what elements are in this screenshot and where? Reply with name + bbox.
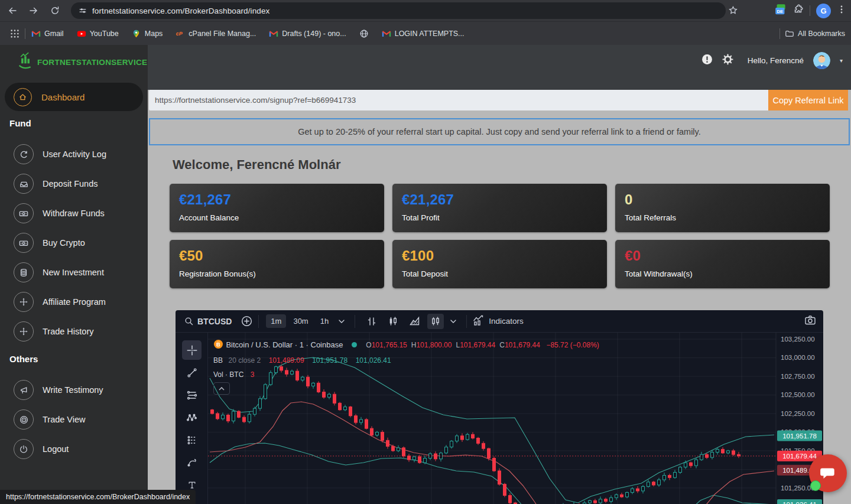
tool-crosshair-icon[interactable] (182, 340, 202, 360)
extensions-puzzle-icon[interactable] (793, 4, 804, 17)
site-settings-icon[interactable] (78, 6, 87, 15)
chart-legend-volume[interactable]: Vol · BTC 3 (213, 369, 255, 379)
divider (355, 315, 355, 328)
sidebar-item-user-activity-log[interactable]: User Activity Log (0, 139, 148, 169)
copy-referral-link-button[interactable]: Copy Referral Link (768, 90, 848, 110)
apps-grid-icon[interactable] (6, 25, 24, 43)
move-icon (14, 292, 34, 312)
svg-text:B: B (216, 341, 220, 347)
chart-type-chevron-icon[interactable] (450, 319, 457, 324)
tool-brush-icon[interactable] (182, 453, 202, 472)
sidebar-item-dashboard[interactable]: Dashboard (5, 83, 143, 111)
app-header: Hello, Ferencné ▾ (148, 45, 851, 90)
sidebar-item-write-testimony[interactable]: Write Testimony (0, 375, 148, 405)
user-avatar[interactable] (813, 52, 830, 69)
bookmark-star-icon[interactable] (728, 5, 738, 18)
chart-toolbar: BTCUSD 1m30m1h Indicators (176, 310, 823, 333)
chart-area-icon[interactable] (406, 314, 423, 329)
maps-icon (132, 29, 141, 38)
svg-text:101,026.41: 101,026.41 (782, 501, 817, 504)
alerts-icon[interactable] (701, 54, 713, 67)
trading-chart-widget[interactable]: BTCUSD 1m30m1h Indicators 103,250.00103,… (176, 310, 823, 504)
svg-text:102,500.00: 102,500.00 (781, 391, 815, 398)
bookmark-item[interactable]: cPcPanel File Manag... (176, 29, 256, 38)
gmail-icon (31, 29, 41, 38)
timeframe-chevron-icon[interactable] (338, 319, 345, 324)
logo-icon (18, 52, 33, 72)
stat-value: €50 (179, 248, 375, 264)
gmail-icon (269, 29, 278, 38)
chart-legend-bb[interactable]: BB 20 close 2 101,489.09 101,951.78 101,… (213, 355, 391, 365)
timeframe-1m[interactable]: 1m (266, 314, 286, 328)
compare-plus-icon[interactable] (241, 316, 252, 327)
collapse-legend-button[interactable] (213, 382, 230, 395)
browser-profile-avatar[interactable]: G (816, 4, 831, 18)
folder-icon (785, 29, 794, 38)
timeframe-30m[interactable]: 30m (288, 314, 313, 328)
tool-forecast-icon[interactable] (182, 430, 202, 450)
referral-notice: Get up to 20-25% of your referral start … (149, 118, 850, 145)
settings-gear-icon[interactable] (722, 54, 733, 67)
youtube-icon (77, 29, 86, 38)
chart-legend-main[interactable]: B Bitcoin / U.S. Dollar · 1 · Coinbase O… (213, 339, 599, 352)
chevron-down-icon[interactable]: ▾ (840, 57, 843, 64)
stat-card-total-profit: €21,267Total Profit (392, 184, 607, 232)
sidebar-item-logout[interactable]: Logout (0, 434, 148, 464)
stat-label: Registration Bonus(s) (179, 269, 375, 278)
divider (779, 28, 780, 39)
snapshot-camera-icon[interactable] (804, 315, 816, 328)
gmail-icon (382, 29, 391, 38)
sidebar-item-trade-view[interactable]: Trade View (0, 405, 148, 434)
bookmark-item[interactable]: YouTube (77, 29, 119, 38)
bookmark-item[interactable] (359, 29, 369, 38)
history-icon (14, 144, 34, 164)
all-bookmarks-button[interactable]: All Bookmarks (785, 29, 845, 38)
back-icon[interactable] (4, 2, 21, 19)
chart-bars-icon[interactable] (363, 314, 380, 329)
bookmarks-bar: GmailYouTubeMapscPcPanel File Manag...Dr… (0, 21, 851, 45)
bookmark-item[interactable]: LOGIN ATTEMPTS... (382, 29, 465, 38)
banknote-icon (14, 203, 34, 223)
bookmark-item[interactable]: Drafts (149) - ono... (269, 29, 346, 38)
translate-extension-icon[interactable]: DE (774, 4, 787, 18)
referral-link-field[interactable]: https://fortnetstationservice.com/signup… (149, 90, 768, 110)
sidebar-item-withdraw-funds[interactable]: Withdraw Funds (0, 199, 148, 228)
bookmark-item[interactable]: Gmail (31, 29, 64, 38)
tool-fib-lines-icon[interactable] (182, 385, 202, 405)
timeframe-1h[interactable]: 1h (316, 314, 333, 328)
chart-candles-icon[interactable] (385, 314, 401, 329)
sidebar-item-new-investment[interactable]: New Investment (0, 258, 148, 287)
sidebar-item-buy-crypto[interactable]: Buy Crypto (0, 228, 148, 258)
screen: fortnetstationservice.com/BrokerDashboar… (0, 0, 851, 504)
globe-icon (359, 29, 369, 38)
url-text[interactable]: fortnetstationservice.com/BrokerDashboar… (92, 6, 269, 15)
stat-label: Total Deposit (402, 269, 597, 278)
stat-card-total-referrals: 0Total Referrals (615, 184, 830, 232)
browser-menu-icon[interactable] (837, 5, 846, 17)
reload-icon[interactable] (46, 2, 64, 19)
bookmark-item[interactable]: Maps (132, 29, 163, 38)
sidebar-item-affiliate-program[interactable]: Affiliate Program (0, 287, 148, 317)
sidebar-item-trade-history[interactable]: Trade History (0, 317, 148, 346)
tool-trendline-icon[interactable] (182, 363, 202, 382)
sidebar-item-deposit-funds[interactable]: Deposit Funds (0, 169, 148, 199)
svg-text:102,250.00: 102,250.00 (781, 410, 815, 417)
stat-label: Total Withdrawal(s) (625, 269, 820, 278)
chart-hollow-candles-icon[interactable] (427, 314, 444, 329)
svg-text:101,951.78: 101,951.78 (782, 433, 817, 440)
stat-label: Total Profit (402, 213, 597, 222)
stat-value: €21,267 (179, 191, 375, 208)
divider (810, 5, 810, 16)
bitcoin-icon: B (213, 341, 223, 351)
indicators-button[interactable]: Indicators (473, 315, 524, 328)
stat-label: Total Referrals (625, 213, 820, 222)
symbol-search-icon[interactable] (184, 316, 194, 326)
address-bar[interactable]: fortnetstationservice.com/BrokerDashboar… (71, 2, 726, 19)
tool-xabcd-pattern-icon[interactable] (182, 408, 202, 427)
forward-icon[interactable] (25, 2, 43, 19)
svg-text:DE: DE (777, 9, 784, 14)
stat-value: €21,267 (402, 191, 597, 208)
svg-text:102,750.00: 102,750.00 (781, 373, 815, 380)
symbol-label[interactable]: BTCUSD (197, 317, 232, 326)
brand-logo[interactable]: FORTNETSTATIONSERVICE (18, 52, 147, 72)
